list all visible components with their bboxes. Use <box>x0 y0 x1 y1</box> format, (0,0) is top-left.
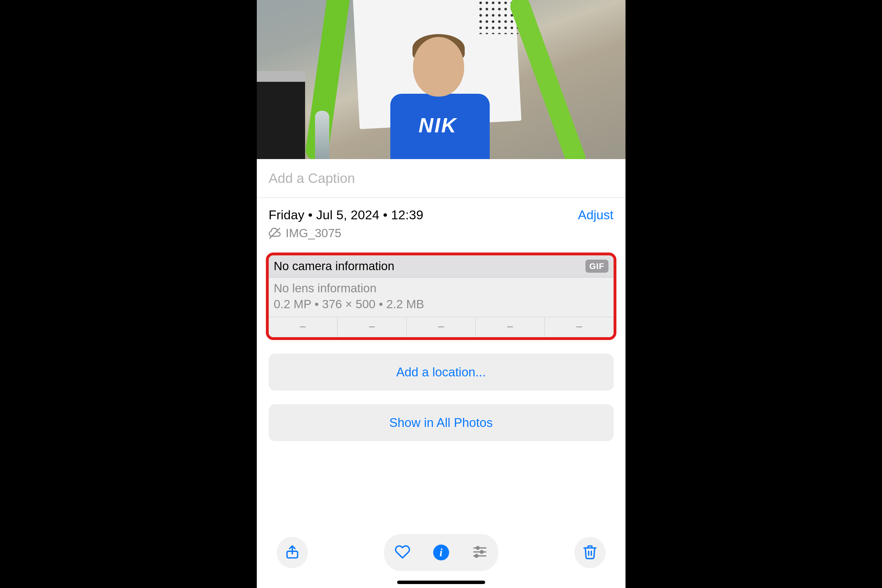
svg-point-7 <box>475 555 477 557</box>
edit-button[interactable] <box>464 537 495 568</box>
favorite-button[interactable] <box>387 537 418 568</box>
home-indicator[interactable] <box>397 580 485 584</box>
image-stats-text: 0.2 MP • 376 × 500 • 2.2 MB <box>274 297 609 311</box>
trash-icon <box>582 544 598 561</box>
exif-cell: – <box>269 317 338 337</box>
format-badge: GIF <box>585 260 609 273</box>
svg-point-3 <box>476 546 479 549</box>
add-location-button[interactable]: Add a location... <box>269 354 614 391</box>
filename-label: IMG_3075 <box>286 226 342 240</box>
caption-placeholder: Add a Caption <box>269 171 355 186</box>
exif-cell: – <box>476 317 545 337</box>
date-time-label: Friday • Jul 5, 2024 • 12:39 <box>269 208 423 222</box>
svg-point-5 <box>480 550 483 553</box>
info-icon: i <box>433 544 449 561</box>
exif-cell: – <box>407 317 476 337</box>
adjust-button[interactable]: Adjust <box>578 208 613 222</box>
exif-cell: – <box>545 317 613 337</box>
shirt-logo: NIK <box>419 114 458 137</box>
share-icon <box>284 544 300 561</box>
bottom-toolbar: i <box>257 534 626 571</box>
exif-cell: – <box>338 317 407 337</box>
sliders-icon <box>472 544 488 561</box>
camera-info-text: No camera information <box>274 260 394 273</box>
heart-icon <box>394 544 411 561</box>
info-button[interactable]: i <box>426 537 457 568</box>
caption-input[interactable]: Add a Caption <box>257 159 626 198</box>
photo-preview[interactable]: NIK <box>257 0 626 159</box>
photo-info-screen: NIK Add a Caption Friday • Jul 5, 2024 •… <box>257 0 626 588</box>
delete-button[interactable] <box>574 537 606 568</box>
camera-info-panel: No camera information GIF No lens inform… <box>266 252 616 340</box>
date-info-block: Friday • Jul 5, 2024 • 12:39 Adjust IMG_… <box>257 198 626 247</box>
toolbar-center-group: i <box>384 534 498 571</box>
exif-cells-row: – – – – – <box>269 317 614 337</box>
share-button[interactable] <box>277 537 308 568</box>
lens-info-text: No lens information <box>274 282 609 295</box>
cloud-off-icon <box>269 227 280 239</box>
show-in-all-photos-button[interactable]: Show in All Photos <box>269 404 614 441</box>
